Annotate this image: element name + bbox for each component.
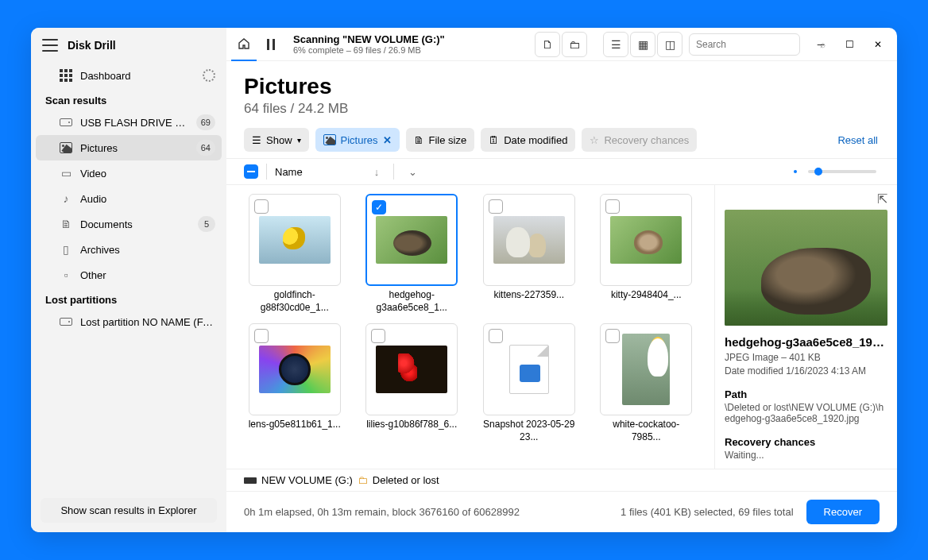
sidebar-item-lost-partition[interactable]: Lost partition NO NAME (FAT...)	[31, 309, 226, 334]
svg-rect-1	[273, 39, 275, 50]
zoom-slider[interactable]	[808, 170, 876, 173]
file-name: lilies-g10b86f788_6...	[366, 419, 457, 431]
search-input[interactable]	[696, 39, 815, 50]
pause-button[interactable]	[258, 32, 284, 57]
file-card[interactable]: kittens-227359...	[478, 194, 581, 314]
filter-recovery-chip[interactable]: ☆ Recovery chances	[582, 128, 697, 152]
chip-label: Date modified	[504, 134, 567, 146]
file-card[interactable]: lens-g05e811b61_1...	[243, 323, 346, 443]
drive-icon	[60, 318, 72, 326]
column-name[interactable]: Name	[275, 166, 303, 178]
count-badge: 64	[196, 140, 215, 156]
file-grid: goldfinch-g88f30cd0e_1... hedgehog-g3aa6…	[243, 194, 698, 443]
preview-panel: ⇱ hedgehog-g3aa6e5ce8_192... JPEG Image …	[714, 185, 897, 469]
home-button[interactable]	[231, 28, 257, 61]
sidebar-item-pictures[interactable]: Pictures 64	[36, 135, 222, 160]
new-file-button[interactable]: 🗋	[535, 32, 560, 57]
pictures-icon	[60, 142, 72, 153]
count-badge: 69	[196, 114, 215, 130]
page-title: Pictures	[244, 74, 880, 99]
app-title: Disk Drill	[68, 39, 116, 52]
chevron-down-icon[interactable]: ⌄	[408, 166, 417, 178]
file-card[interactable]: white-cockatoo-7985...	[595, 323, 698, 443]
status-selection: 1 files (401 KB) selected, 69 files tota…	[621, 506, 794, 518]
thumbnail	[509, 345, 549, 394]
show-in-explorer-button[interactable]: Show scan results in Explorer	[41, 498, 217, 523]
chip-label: Pictures	[341, 134, 378, 146]
filter-date-chip[interactable]: 🗓 Date modified	[481, 128, 575, 152]
preview-filename: hedgehog-g3aa6e5ce8_192...	[725, 335, 887, 349]
view-grid-button[interactable]: ▦	[630, 32, 655, 57]
menu-icon[interactable]	[42, 37, 58, 53]
minimize-button[interactable]: ─	[806, 32, 835, 57]
loading-spinner-icon	[203, 69, 215, 82]
breadcrumb-drive[interactable]: NEW VOLUME (G:)	[261, 474, 353, 486]
thumbnail	[259, 216, 331, 264]
sidebar-heading-lost-partitions: Lost partitions	[31, 288, 226, 309]
file-checkbox[interactable]	[254, 199, 269, 214]
sidebar-item-dashboard[interactable]: Dashboard	[31, 63, 226, 88]
pictures-icon	[323, 134, 336, 145]
grid-icon: ▦	[638, 38, 648, 51]
file-card[interactable]: hedgehog-g3aa6e5ce8_1...	[361, 194, 464, 314]
filter-file-size-chip[interactable]: 🗎 File size	[406, 128, 475, 152]
reset-all-link[interactable]: Reset all	[837, 134, 880, 146]
file-name: kitty-2948404_...	[611, 289, 682, 302]
sidebar-item-video[interactable]: ▭ Video	[31, 160, 226, 186]
file-card[interactable]: goldfinch-g88f30cd0e_1...	[243, 194, 346, 314]
folder-icon: 🗀	[569, 38, 580, 51]
titlebar: Scanning "NEW VOLUME (G:)" 6% complete –…	[226, 28, 897, 61]
select-all-checkbox[interactable]	[244, 164, 258, 179]
file-checkbox[interactable]	[605, 199, 620, 214]
scan-info: Scanning "NEW VOLUME (G:)" 6% complete –…	[285, 33, 533, 55]
sidebar-item-documents[interactable]: 🗎 Documents 5	[31, 211, 226, 237]
sidebar-label: Audio	[80, 193, 215, 205]
filter-pictures-chip[interactable]: Pictures ✕	[315, 128, 400, 152]
status-elapsed: 0h 1m elapsed, 0h 13m remain, block 3676…	[244, 506, 520, 518]
close-button[interactable]: ✕	[864, 32, 892, 57]
main-area: Scanning "NEW VOLUME (G:)" 6% complete –…	[226, 28, 897, 532]
file-checkbox[interactable]	[489, 199, 503, 214]
file-checkbox[interactable]	[371, 329, 385, 343]
filter-toolbar: ☰ Show ▾ Pictures ✕ 🗎 File size 🗓 Date m…	[226, 122, 897, 158]
sidebar-item-archives[interactable]: ▯ Archives	[31, 237, 226, 262]
file-card[interactable]: Snapshot 2023-05-29 23...	[478, 323, 581, 443]
pause-icon	[266, 39, 276, 50]
file-checkbox[interactable]	[605, 329, 620, 343]
show-dropdown[interactable]: ☰ Show ▾	[244, 128, 309, 152]
sort-arrow-icon[interactable]: ↓	[374, 166, 380, 178]
preview-chances-heading: Recovery chances	[725, 436, 887, 448]
maximize-button[interactable]: ☐	[835, 32, 864, 57]
file-name: goldfinch-g88f30cd0e_1...	[247, 289, 342, 314]
sidebar-item-audio[interactable]: ♪ Audio	[31, 186, 226, 211]
zoom-min-icon	[794, 170, 797, 173]
sidebar-header: Disk Drill	[31, 28, 226, 63]
breadcrumb-folder[interactable]: Deleted or lost	[373, 474, 439, 486]
archives-icon: ▯	[60, 243, 72, 256]
open-external-icon[interactable]: ⇱	[877, 191, 887, 207]
search-box[interactable]: ⌕	[689, 33, 800, 56]
view-list-button[interactable]: ☰	[603, 32, 628, 57]
file-checkbox[interactable]	[254, 329, 269, 343]
other-icon: ▫	[60, 268, 72, 281]
recover-button[interactable]: Recover	[806, 500, 880, 524]
sidebar-item-other[interactable]: ▫ Other	[31, 262, 226, 288]
file-card[interactable]: kitty-2948404_...	[595, 194, 698, 314]
file-checkbox[interactable]	[372, 200, 386, 214]
remove-filter-icon[interactable]: ✕	[383, 134, 392, 146]
folder-button[interactable]: 🗀	[562, 32, 587, 57]
drive-icon	[60, 118, 72, 126]
bottom-bar: 0h 1m elapsed, 0h 13m remain, block 3676…	[226, 491, 897, 532]
file-name: Snapshot 2023-05-29 23...	[481, 419, 577, 443]
file-grid-area: goldfinch-g88f30cd0e_1... hedgehog-g3aa6…	[226, 185, 714, 469]
file-card[interactable]: lilies-g10b86f788_6...	[361, 323, 464, 443]
sidebar-item-usb-drive[interactable]: USB FLASH DRIVE USB D... 69	[31, 110, 226, 135]
body-row: goldfinch-g88f30cd0e_1... hedgehog-g3aa6…	[226, 185, 897, 469]
view-panel-button[interactable]: ◫	[657, 32, 682, 57]
calendar-icon: 🗓	[489, 134, 499, 146]
sidebar-label: Dashboard	[80, 70, 195, 82]
file-checkbox[interactable]	[489, 329, 503, 343]
file-icon: 🗎	[414, 134, 424, 146]
folder-icon: 🗀	[358, 474, 368, 486]
window-controls: ─ ☐ ✕	[806, 32, 892, 57]
